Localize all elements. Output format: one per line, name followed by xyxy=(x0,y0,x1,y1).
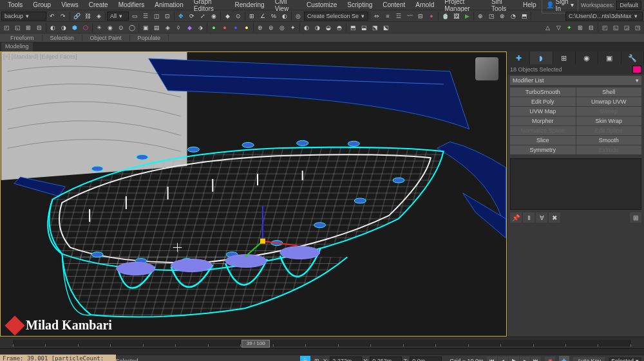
maxscript-listener[interactable]: Frame: 39.001 [particleCount: 67 xyxy=(0,355,116,361)
cmd-tab-motion[interactable]: ◉ xyxy=(576,51,598,64)
rotate-icon[interactable]: ⟳ xyxy=(187,11,197,21)
sec-25-icon[interactable]: ◎ xyxy=(277,23,287,33)
misc-2-icon[interactable]: ◳ xyxy=(486,11,497,21)
mod-uvwmap[interactable]: UVW Map xyxy=(510,107,576,116)
misc-4-icon[interactable]: ◔ xyxy=(508,11,518,21)
goto-end-icon[interactable]: ⏭ xyxy=(531,356,541,362)
ribbon-freeform[interactable]: Freeform xyxy=(3,35,43,41)
move-icon[interactable]: ✥ xyxy=(176,11,186,21)
render-setup-icon[interactable]: 🍵 xyxy=(440,11,450,21)
menu-group[interactable]: Group xyxy=(28,1,56,8)
mod-slice[interactable]: Slice xyxy=(510,136,576,145)
sec-32-icon[interactable]: ⬓ xyxy=(359,23,369,33)
sec-26-icon[interactable]: ✦ xyxy=(288,23,298,33)
window-crossing-icon[interactable]: ⊡ xyxy=(162,11,173,21)
menu-rendering[interactable]: Rendering xyxy=(230,1,270,8)
select-name-icon[interactable]: ☰ xyxy=(140,11,151,21)
sec-33-icon[interactable]: ⬔ xyxy=(370,23,380,33)
percent-snap-icon[interactable]: % xyxy=(269,11,279,21)
sec-r3-icon[interactable]: ✦ xyxy=(564,23,574,33)
align-icon[interactable]: ≡ xyxy=(383,11,393,21)
sec-r2-icon[interactable]: ▽ xyxy=(553,23,564,33)
undo-icon[interactable]: ↶ xyxy=(47,11,57,21)
menu-content[interactable]: Content xyxy=(377,1,410,8)
render-icon[interactable]: ▶ xyxy=(462,11,472,21)
sec-r7-icon[interactable]: ◱ xyxy=(611,23,621,33)
ribbon-selection[interactable]: Selection xyxy=(43,35,82,41)
z-coord-input[interactable]: 0.0m xyxy=(410,356,442,362)
viewcube[interactable] xyxy=(475,57,498,80)
sec-24-icon[interactable]: ⊜ xyxy=(266,23,276,33)
show-end-icon[interactable]: Ⅱ xyxy=(523,212,535,223)
isolate-icon[interactable]: ◉ xyxy=(545,356,555,362)
mod-smooth[interactable]: Smooth xyxy=(576,136,642,145)
mod-symmetry[interactable]: Symmetry xyxy=(510,145,576,154)
backup-dropdown[interactable]: backup▾ xyxy=(1,12,46,21)
menu-create[interactable]: Create xyxy=(84,1,113,8)
sec-9-icon[interactable]: ☀ xyxy=(94,23,104,33)
sec-4-icon[interactable]: ⊟ xyxy=(34,23,44,33)
goto-start-icon[interactable]: ⏮ xyxy=(487,356,497,362)
sec-1-icon[interactable]: ◰ xyxy=(1,23,12,33)
scale-icon[interactable]: ⤢ xyxy=(198,11,208,21)
sec-21-icon[interactable]: ● xyxy=(231,23,241,33)
lock-icon[interactable]: 🔒 xyxy=(300,356,310,362)
placement-icon[interactable]: ◉ xyxy=(209,11,219,21)
angle-snap-icon[interactable]: ∠ xyxy=(258,11,268,21)
selection-set-dropdown[interactable]: Create Selection Se▾ xyxy=(304,12,368,21)
mirror-icon[interactable]: ⇔ xyxy=(372,11,382,21)
cmd-tab-hierarchy[interactable]: ⊞ xyxy=(553,51,576,64)
sec-r6-icon[interactable]: ◰ xyxy=(600,23,610,33)
menu-animation[interactable]: Animation xyxy=(149,1,188,8)
mod-editpoly[interactable]: Edit Poly xyxy=(510,97,576,106)
center-icon[interactable]: ⊙ xyxy=(233,11,243,21)
key-plus-icon[interactable]: ✚ xyxy=(559,356,569,362)
sec-17-icon[interactable]: ◆ xyxy=(184,23,194,33)
project-path[interactable]: C:\Users\D...nts\3dsMax▾ xyxy=(565,12,643,21)
sec-22-icon[interactable]: ● xyxy=(242,23,252,33)
object-color-swatch[interactable] xyxy=(632,66,641,73)
spinner-snap-icon[interactable]: ◐ xyxy=(279,11,290,21)
cmd-tab-modify[interactable]: ◗ xyxy=(530,51,553,64)
mod-shell[interactable]: Shell xyxy=(576,88,642,97)
sec-13-icon[interactable]: ▣ xyxy=(140,23,151,33)
configure-icon[interactable]: ⊞ xyxy=(630,212,641,223)
refcoord-icon[interactable]: ◆ xyxy=(222,11,232,21)
sec-28-icon[interactable]: ◑ xyxy=(312,23,323,33)
workspace-dropdown[interactable]: Default xyxy=(616,1,641,10)
sec-r8-icon[interactable]: ◲ xyxy=(621,23,632,33)
sec-6-icon[interactable]: ◑ xyxy=(59,23,69,33)
prev-frame-icon[interactable]: ◂ xyxy=(498,356,508,362)
layer-icon[interactable]: ☲ xyxy=(393,11,404,21)
abs-rel-icon[interactable]: ⊞ xyxy=(312,356,322,362)
sec-3-icon[interactable]: ⊞ xyxy=(23,23,33,33)
y-coord-input[interactable]: 0.253m xyxy=(370,356,402,362)
schematic-icon[interactable]: ⊟ xyxy=(415,11,426,21)
sec-12-icon[interactable]: ◯ xyxy=(127,23,137,33)
sec-r4-icon[interactable]: ⊞ xyxy=(575,23,585,33)
link-icon[interactable]: 🔗 xyxy=(71,11,82,21)
render-frame-icon[interactable]: 🖼 xyxy=(451,11,461,21)
cmd-tab-create[interactable]: ✚ xyxy=(507,51,530,64)
sec-7-icon[interactable]: ⬢ xyxy=(70,23,80,33)
menu-modifiers[interactable]: Modifiers xyxy=(113,1,150,8)
sec-11-icon[interactable]: ⊙ xyxy=(116,23,126,33)
curve-editor-icon[interactable]: 〰 xyxy=(404,11,415,21)
sec-r9-icon[interactable]: ◳ xyxy=(632,23,643,33)
trackbar[interactable] xyxy=(0,348,644,355)
sec-34-icon[interactable]: ⬕ xyxy=(381,23,391,33)
autokey-button[interactable]: Auto Key xyxy=(573,357,605,362)
mod-unwrapuvw[interactable]: Unwrap UVW xyxy=(576,97,642,106)
tab-modeling[interactable]: Modeling xyxy=(1,42,33,51)
viewport[interactable]: [+] [Standard] [Edged Faces] xyxy=(0,51,507,337)
menu-arnold[interactable]: Arnold xyxy=(410,1,439,8)
pin-stack-icon[interactable]: 📌 xyxy=(510,212,522,223)
x-coord-input[interactable]: 2.272m xyxy=(330,356,362,362)
select-icon[interactable]: ▭ xyxy=(129,11,140,21)
menu-help[interactable]: Help xyxy=(518,1,542,8)
redo-icon[interactable]: ↷ xyxy=(58,11,68,21)
menu-tools[interactable]: Tools xyxy=(3,1,28,8)
sec-27-icon[interactable]: ◐ xyxy=(301,23,312,33)
sec-20-icon[interactable]: ● xyxy=(220,23,230,33)
remove-mod-icon[interactable]: ✖ xyxy=(549,212,560,223)
